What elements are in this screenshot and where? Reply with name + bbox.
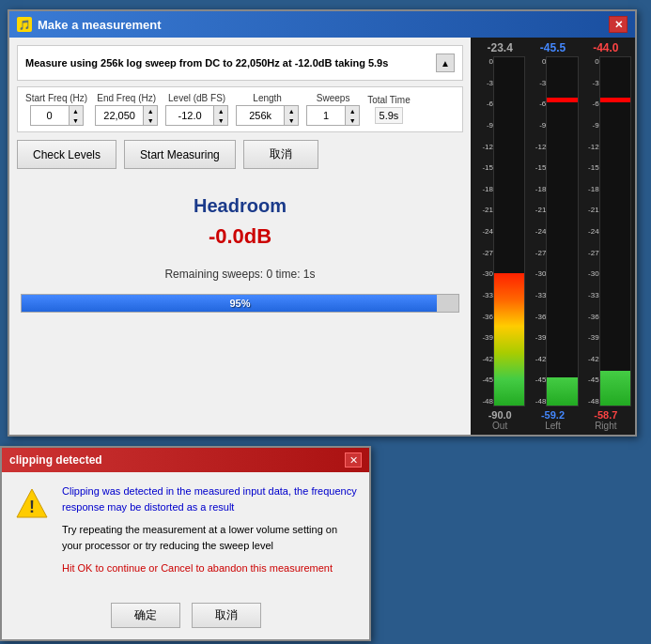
sweeps-spinner: ▲ ▼	[345, 106, 359, 125]
check-levels-button[interactable]: Check Levels	[17, 140, 116, 169]
level-down[interactable]: ▼	[214, 115, 227, 125]
end-freq-up[interactable]: ▲	[144, 106, 157, 115]
left-top-value: -45.5	[527, 41, 578, 54]
sweeps-label: Sweeps	[317, 93, 350, 103]
sweeps-input[interactable]	[307, 109, 345, 122]
out-top-value: -23.4	[474, 41, 525, 54]
right-label: Right	[581, 421, 631, 431]
progress-label: 95%	[229, 298, 250, 309]
clip-line1-blue: Clipping was detected in the measured in…	[62, 485, 357, 513]
collapse-button[interactable]: ▲	[436, 54, 455, 72]
left-clip-indicator	[547, 98, 577, 102]
end-freq-label: End Freq (Hz)	[97, 93, 156, 103]
clipping-dialog: clipping detected ✕ ! Clipping was detec…	[0, 446, 371, 641]
sweeps-down[interactable]: ▼	[346, 115, 359, 125]
right-bar-fill	[600, 371, 630, 406]
sweeps-up[interactable]: ▲	[346, 106, 359, 115]
title-bar-left: 🎵 Make a measurement	[17, 17, 162, 32]
length-spinner: ▲ ▼	[284, 106, 298, 125]
clip-title-bar: clipping detected ✕	[2, 448, 369, 472]
level-up[interactable]: ▲	[214, 106, 227, 115]
level-input[interactable]	[166, 109, 213, 122]
start-freq-input[interactable]	[31, 109, 69, 122]
sweeps-info: Remaining sweeps: 0 time: 1s	[17, 264, 463, 284]
sweeps-group: Sweeps ▲ ▼	[306, 93, 360, 126]
warning-icon: !	[15, 487, 49, 521]
total-time-label: Total Time	[367, 95, 411, 105]
start-freq-label: Start Freq (Hz)	[25, 93, 87, 103]
headroom-section: Headroom -0.0dB	[17, 176, 463, 258]
measure-description-box: Measure using 256k log sweep from DC to …	[17, 45, 463, 81]
left-bottom-value: -59.2	[527, 409, 578, 421]
svg-text:!: !	[29, 498, 35, 516]
clip-cancel-button[interactable]: 取消	[192, 603, 261, 628]
right-panel: -23.4 -45.5 -44.0 0 -3 -6 -9 -12 -15	[471, 38, 635, 435]
length-label: Length	[253, 93, 282, 103]
total-time-value: 5.9s	[375, 107, 404, 124]
clip-buttons-row: 确定 取消	[2, 595, 369, 639]
start-freq-input-wrapper: ▲ ▼	[30, 105, 84, 126]
main-window: 🎵 Make a measurement ✕ Measure using 256…	[8, 9, 637, 437]
clip-body: ! Clipping was detected in the measured …	[2, 472, 369, 595]
buttons-row: Check Levels Start Measuring 取消	[17, 138, 463, 171]
start-freq-group: Start Freq (Hz) ▲ ▼	[25, 93, 87, 126]
headroom-label: Headroom	[17, 195, 463, 217]
sweeps-input-wrapper: ▲ ▼	[306, 105, 360, 126]
level-input-wrapper: ▲ ▼	[165, 105, 228, 126]
window-title: Make a measurement	[38, 18, 162, 32]
level-label: Level (dB FS)	[168, 93, 225, 103]
headroom-value: -0.0dB	[17, 224, 463, 249]
start-freq-down[interactable]: ▼	[70, 115, 83, 125]
window-close-button[interactable]: ✕	[609, 16, 628, 33]
length-down[interactable]: ▼	[285, 115, 298, 125]
clip-line2: Try repeating the measurement at a lower…	[62, 522, 358, 553]
end-freq-group: End Freq (Hz) ▲ ▼	[95, 93, 158, 126]
left-panel: Measure using 256k log sweep from DC to …	[9, 38, 471, 435]
length-group: Length ▲ ▼	[236, 93, 299, 126]
parameters-row: Start Freq (Hz) ▲ ▼ End Freq (Hz)	[17, 86, 463, 132]
end-freq-input[interactable]	[96, 109, 143, 122]
length-up[interactable]: ▲	[285, 106, 298, 115]
end-freq-input-wrapper: ▲ ▼	[95, 105, 158, 126]
out-bottom-value: -90.0	[474, 409, 525, 421]
right-meter: 0 -3 -6 -9 -12 -15 -18 -21 -24 -27 -30 -…	[581, 56, 631, 406]
end-freq-down[interactable]: ▼	[144, 115, 157, 125]
level-spinner: ▲ ▼	[213, 106, 227, 125]
clip-close-button[interactable]: ✕	[345, 452, 362, 468]
level-group: Level (dB FS) ▲ ▼	[165, 93, 228, 126]
out-bar-fill	[494, 273, 524, 406]
left-meter: 0 -3 -6 -9 -12 -15 -18 -21 -24 -27 -30 -…	[527, 56, 578, 406]
total-time-group: Total Time 5.9s	[367, 95, 411, 124]
start-freq-spinner: ▲ ▼	[69, 106, 83, 125]
clip-title-text: clipping detected	[9, 453, 102, 467]
title-bar: 🎵 Make a measurement ✕	[9, 11, 635, 38]
start-freq-up[interactable]: ▲	[70, 106, 83, 115]
clip-line3-red: Hit OK to continue or Cancel to abandon …	[62, 562, 333, 574]
length-input[interactable]	[237, 109, 284, 122]
right-top-value: -44.0	[581, 41, 631, 54]
app-icon: 🎵	[17, 17, 32, 32]
left-bar-fill	[547, 377, 577, 406]
main-cancel-button[interactable]: 取消	[243, 140, 318, 169]
right-clip-indicator	[600, 98, 630, 102]
clip-ok-button[interactable]: 确定	[111, 603, 180, 628]
start-measuring-button[interactable]: Start Measuring	[124, 140, 236, 169]
out-meter: 0 -3 -6 -9 -12 -15 -18 -21 -24 -27 -30 -…	[474, 56, 525, 406]
left-label: Left	[527, 421, 578, 431]
end-freq-spinner: ▲ ▼	[143, 106, 157, 125]
clip-message-area: Clipping was detected in the measured in…	[62, 483, 358, 584]
length-input-wrapper: ▲ ▼	[236, 105, 299, 126]
measure-description-text: Measure using 256k log sweep from DC to …	[25, 57, 388, 69]
right-bottom-value: -58.7	[581, 409, 631, 421]
progress-bar-container: 95%	[21, 294, 459, 313]
main-content: Measure using 256k log sweep from DC to …	[9, 38, 635, 435]
out-label: Out	[474, 421, 525, 431]
